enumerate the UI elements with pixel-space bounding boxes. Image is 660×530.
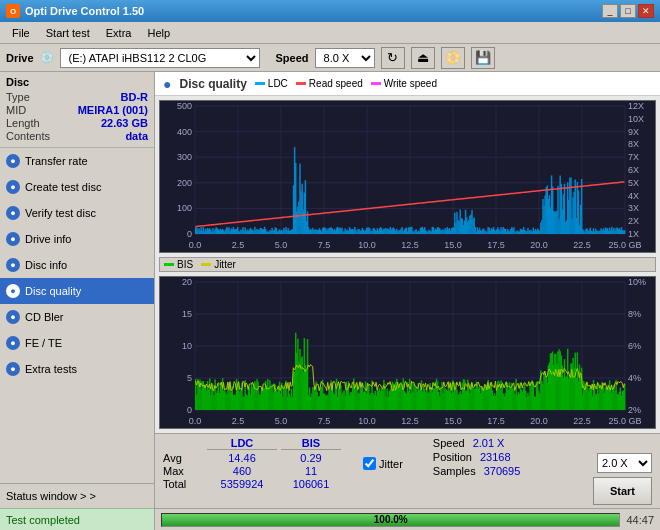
bottom-section: Status window > > Test completed	[0, 483, 154, 530]
jitter-checkbox[interactable]	[363, 457, 376, 470]
menu-file[interactable]: File	[4, 25, 38, 41]
total-label: Total	[163, 478, 203, 490]
samples-label: Samples	[433, 465, 476, 477]
total-ldc: 5359924	[207, 478, 277, 490]
position-label: Position	[433, 451, 472, 463]
legend-ldc-label: LDC	[268, 78, 288, 89]
legend-jitter-dot	[201, 263, 211, 266]
nav-icon-quality: ●	[6, 284, 20, 298]
disc-type-label: Type	[6, 91, 30, 103]
progress-percent: 100.0%	[374, 514, 408, 525]
chart-header: ● Disc quality LDC Read speed Write spee…	[155, 72, 660, 96]
legend-write-dot	[371, 82, 381, 85]
avg-bis: 0.29	[281, 452, 341, 464]
nav-label-verify: Verify test disc	[25, 207, 96, 219]
drive-bar: Drive 💿 (E:) ATAPI iHBS112 2 CL0G Speed …	[0, 44, 660, 72]
progress-track: 100.0%	[161, 513, 620, 527]
menu-start-test[interactable]: Start test	[38, 25, 98, 41]
drive-select[interactable]: (E:) ATAPI iHBS112 2 CL0G	[60, 48, 260, 68]
position-value: 23168	[480, 451, 511, 463]
speed-info: Speed 2.01 X Position 23168 Samples 3706…	[433, 437, 521, 477]
legend-write-label: Write speed	[384, 78, 437, 89]
disc-section-title: Disc	[6, 76, 148, 88]
nav-label-extra: Extra tests	[25, 363, 77, 375]
nav-icon-disc: ●	[6, 258, 20, 272]
nav-disc-quality[interactable]: ● Disc quality	[0, 278, 154, 304]
progress-bar-container: 100.0% 44:47	[155, 508, 660, 530]
menu-bar: File Start test Extra Help	[0, 22, 660, 44]
nav-cd-bler[interactable]: ● CD Bler	[0, 304, 154, 330]
speed-info-value: 2.01 X	[473, 437, 505, 449]
stats-bar: LDC BIS Avg 14.46 0.29 Max 460 11 Total …	[155, 433, 660, 508]
speed-label: Speed	[276, 52, 309, 64]
legend-read: Read speed	[296, 78, 363, 89]
legend-write: Write speed	[371, 78, 437, 89]
nav-label-drive: Drive info	[25, 233, 71, 245]
disc-info-section: Disc Type BD-R MID MEIRA1 (001) Length 2…	[0, 72, 154, 148]
nav-label-quality: Disc quality	[25, 285, 81, 297]
time-elapsed: 44:47	[626, 514, 654, 526]
progress-fill: 100.0%	[162, 514, 619, 526]
main-layout: Disc Type BD-R MID MEIRA1 (001) Length 2…	[0, 72, 660, 530]
nav-label-cdbler: CD Bler	[25, 311, 64, 323]
chart1-wrapper	[159, 100, 656, 253]
test-speed-select[interactable]: 2.0 X	[597, 453, 652, 473]
legend-jitter: Jitter	[201, 259, 236, 270]
samples-value: 370695	[484, 465, 521, 477]
nav-fe-te[interactable]: ● FE / TE	[0, 330, 154, 356]
app-icon: O	[6, 4, 20, 18]
jitter-label: Jitter	[379, 458, 403, 470]
speed-info-label: Speed	[433, 437, 465, 449]
ldc-chart	[160, 101, 655, 252]
save-button[interactable]: 💾	[471, 47, 495, 69]
nav-drive-info[interactable]: ● Drive info	[0, 226, 154, 252]
status-window-button[interactable]: Status window > >	[0, 484, 154, 508]
eject-button[interactable]: ⏏	[411, 47, 435, 69]
sidebar: Disc Type BD-R MID MEIRA1 (001) Length 2…	[0, 72, 155, 530]
drive-label: Drive	[6, 52, 34, 64]
legend-read-label: Read speed	[309, 78, 363, 89]
avg-label: Avg	[163, 452, 203, 464]
nav-extra-tests[interactable]: ● Extra tests	[0, 356, 154, 382]
start-button[interactable]: Start	[593, 477, 652, 505]
app-title: Opti Drive Control 1.50	[25, 5, 144, 17]
speed-select[interactable]: 8.0 X	[315, 48, 375, 68]
legend-ldc: LDC	[255, 78, 288, 89]
maximize-button[interactable]: □	[620, 4, 636, 18]
nav-icon-transfer: ●	[6, 154, 20, 168]
nav-icon-extra: ●	[6, 362, 20, 376]
disc-contents-label: Contents	[6, 130, 50, 142]
total-bis: 106061	[281, 478, 341, 490]
chart-header-icon: ●	[163, 76, 171, 92]
menu-extra[interactable]: Extra	[98, 25, 140, 41]
disc-length-label: Length	[6, 117, 40, 129]
disc-mid-value: MEIRA1 (001)	[78, 104, 148, 116]
close-button[interactable]: ✕	[638, 4, 654, 18]
title-bar: O Opti Drive Control 1.50 _ □ ✕	[0, 0, 660, 22]
nav-disc-info[interactable]: ● Disc info	[0, 252, 154, 278]
legend-bis-dot	[164, 263, 174, 266]
chart2-header: BIS Jitter	[159, 257, 656, 272]
minimize-button[interactable]: _	[602, 4, 618, 18]
chart-container: BIS Jitter	[155, 96, 660, 433]
legend-bis-label: BIS	[177, 259, 193, 270]
max-label: Max	[163, 465, 203, 477]
bis-chart	[160, 277, 655, 428]
drive-action-button[interactable]: 📀	[441, 47, 465, 69]
chart2-wrapper	[159, 276, 656, 429]
nav-create-test-disc[interactable]: ● Create test disc	[0, 174, 154, 200]
menu-help[interactable]: Help	[139, 25, 178, 41]
nav-label-transfer: Transfer rate	[25, 155, 88, 167]
nav-verify-test-disc[interactable]: ● Verify test disc	[0, 200, 154, 226]
nav-transfer-rate[interactable]: ● Transfer rate	[0, 148, 154, 174]
bis-header: BIS	[281, 437, 341, 450]
disc-mid-label: MID	[6, 104, 26, 116]
max-bis: 11	[281, 465, 341, 477]
jitter-section: Jitter	[363, 457, 403, 470]
nav-icon-fete: ●	[6, 336, 20, 350]
refresh-button[interactable]: ↻	[381, 47, 405, 69]
nav-icon-drive: ●	[6, 232, 20, 246]
disc-type-value: BD-R	[121, 91, 149, 103]
nav-label-fete: FE / TE	[25, 337, 62, 349]
content-area: ● Disc quality LDC Read speed Write spee…	[155, 72, 660, 530]
